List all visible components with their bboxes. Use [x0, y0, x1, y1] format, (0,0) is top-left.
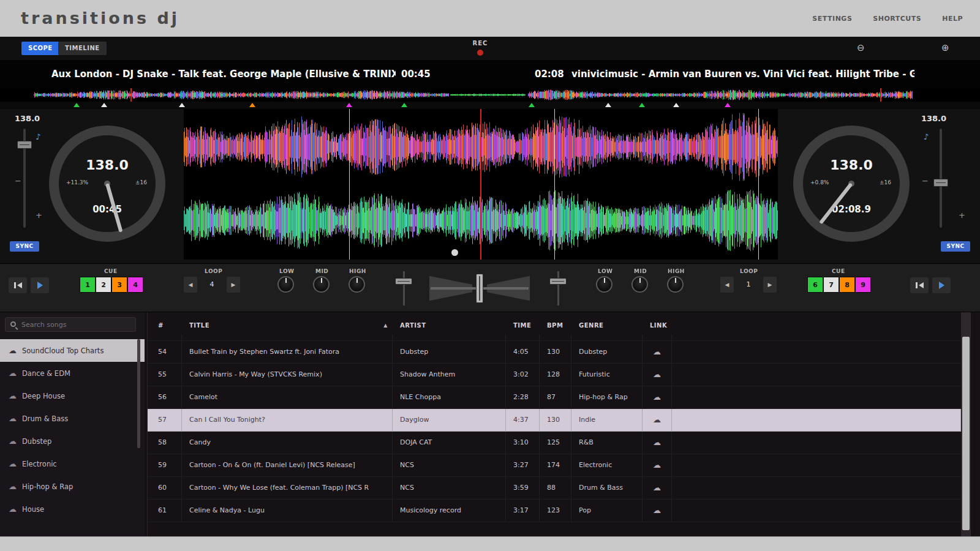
deck-a-sync-button[interactable]: SYNC [10, 241, 39, 252]
table-row[interactable]: 53Bring 'Em OutYoungboy Never Broke Aga2… [148, 334, 961, 341]
table-scrollbar[interactable] [961, 312, 971, 536]
table-row[interactable]: 61Celine & Nadya - LuguMusicology record… [148, 500, 961, 522]
row-link-cloud-icon[interactable]: ☁ [643, 454, 672, 476]
column-header-title[interactable]: TITLE ▲ [182, 317, 393, 334]
deck-b-eq-low-knob[interactable] [596, 276, 612, 293]
deck-b-pitch-slider[interactable] [940, 129, 942, 228]
deck-a-eq-mid-knob[interactable] [313, 276, 330, 293]
deck-area: 138.0 ♪ − + 138.0 +11.3% ±16 00:45 SYNC … [0, 109, 980, 263]
sidebar-scrollbar-thumb[interactable] [137, 339, 140, 448]
playlist-item[interactable]: ☁SoundCloud Top Charts [0, 339, 145, 362]
row-link-cloud-icon[interactable]: ☁ [643, 500, 672, 522]
playlist-item[interactable]: ☁Drum & Bass [0, 407, 145, 430]
column-header-link[interactable]: LINK [643, 317, 672, 334]
deck-a-volume-fader-track[interactable] [403, 271, 405, 305]
deck-b-volume-fader-handle[interactable] [549, 278, 567, 285]
deck-b-pitch-handle[interactable] [933, 179, 948, 187]
cue-button-1[interactable]: 1 [80, 277, 96, 293]
deck-a-loop-decrease-button[interactable]: ◀ [184, 277, 197, 293]
deck-b-jog-wheel[interactable]: 138.0 +0.8% ±16 02:08.9 [793, 126, 910, 242]
skip-bar-icon [14, 282, 16, 288]
top-menu: SETTINGSSHORTCUTSHELP [812, 0, 963, 37]
column-header-artist[interactable]: ARTIST [393, 317, 506, 334]
deck-a-bpm-readout: 138.0 [15, 114, 40, 123]
deck-a-pitch-handle[interactable] [17, 141, 32, 149]
row-link-cloud-icon[interactable]: ☁ [643, 409, 672, 431]
deck-b-skip-start-button[interactable] [910, 277, 929, 293]
row-link-cloud-icon[interactable]: ☁ [643, 364, 672, 386]
tab-scope[interactable]: SCOPE [21, 42, 59, 55]
crossfader-handle[interactable] [476, 274, 483, 303]
zoom-out-icon[interactable]: ⊖ [857, 42, 865, 53]
cue-marker [74, 103, 80, 107]
tab-timeline[interactable]: TIMELINE [58, 42, 107, 55]
row-num: 53 [148, 334, 182, 340]
cue-button-7[interactable]: 7 [823, 277, 839, 293]
cue-button-3[interactable]: 3 [111, 277, 127, 293]
view-toolbar: SCOPE TIMELINE REC ⊖ ⊕ [0, 37, 980, 60]
deck-a-play-button[interactable] [31, 277, 49, 293]
cue-button-8[interactable]: 8 [839, 277, 855, 293]
row-link-cloud-icon[interactable]: ☁ [643, 432, 672, 454]
rec-indicator[interactable] [477, 50, 483, 56]
cue-marker [249, 103, 255, 107]
overview-waveform-canvas[interactable] [0, 88, 980, 102]
playlist-item[interactable]: ☁House [0, 498, 145, 520]
row-link-cloud-icon[interactable]: ☁ [643, 386, 672, 408]
column-header-time[interactable]: TIME [506, 317, 540, 334]
cue-button-2[interactable]: 2 [96, 277, 111, 293]
deck-a-eq-low-knob[interactable] [277, 276, 294, 293]
deck-b-play-button[interactable] [932, 277, 951, 293]
search-input[interactable] [6, 318, 135, 331]
playlist-item[interactable]: ☁Hip-hop & Rap [0, 475, 145, 498]
table-row[interactable]: 59Cartoon - On & On (ft. Daniel Levi) [N… [148, 454, 961, 477]
main-waveform-canvas[interactable] [184, 109, 778, 260]
row-link-cloud-icon[interactable]: ☁ [643, 341, 672, 363]
playlist-item[interactable]: ☁Electronic [0, 452, 145, 475]
deck-a-skip-start-button[interactable] [9, 277, 27, 293]
menu-settings[interactable]: SETTINGS [812, 15, 852, 23]
crossfader[interactable] [429, 271, 530, 305]
row-num: 54 [148, 341, 182, 363]
deck-b-sync-button[interactable]: SYNC [941, 241, 970, 252]
row-num: 60 [148, 477, 182, 499]
deck-a-loop-increase-button[interactable]: ▶ [227, 277, 240, 293]
column-header-number[interactable]: # [148, 317, 182, 334]
table-row[interactable]: 56CamelotNLE Choppa2:2887Hip-hop & Rap☁ [148, 386, 961, 409]
column-header-genre[interactable]: GENRE [571, 317, 643, 334]
deck-b-eq-high-knob[interactable] [667, 276, 684, 293]
table-row[interactable]: 58CandyDOJA CAT3:10125R&B☁ [148, 432, 961, 454]
cue-button-4[interactable]: 4 [127, 277, 143, 293]
cue-button-6[interactable]: 6 [807, 277, 823, 293]
deck-b-elapsed-time: 02:08 [535, 60, 564, 88]
row-bpm: 123 [540, 500, 571, 522]
deck-b-eq-mid-knob[interactable] [631, 276, 648, 293]
deck-a-volume-fader-handle[interactable] [395, 278, 412, 285]
row-link-cloud-icon[interactable]: ☁ [643, 477, 672, 499]
table-row[interactable]: 55Calvin Harris - My Way (STVCKS Remix)S… [148, 364, 961, 386]
zoom-in-icon[interactable]: ⊕ [941, 42, 949, 53]
playlist-item[interactable]: ☁Deep House [0, 384, 145, 407]
soundcloud-icon: ☁ [9, 369, 17, 378]
deck-b-volume-fader-track[interactable] [557, 271, 559, 305]
cue-button-9[interactable]: 9 [855, 277, 871, 293]
deck-b-jog-bpm: 138.0 [803, 157, 900, 173]
row-link-cloud-icon[interactable]: ☁ [643, 334, 672, 340]
overview-waveform-strip[interactable] [0, 88, 980, 102]
deck-b-loop-increase-button[interactable]: ▶ [763, 277, 777, 293]
menu-shortcuts[interactable]: SHORTCUTS [873, 15, 921, 23]
table-row[interactable]: 60Cartoon - Why We Lose (feat. Coleman T… [148, 477, 961, 500]
deck-a-eq-high-knob[interactable] [349, 276, 365, 293]
main-waveform-panel[interactable] [184, 109, 778, 260]
menu-help[interactable]: HELP [942, 15, 963, 23]
table-scrollbar-thumb[interactable] [962, 337, 970, 530]
playlist-item[interactable]: ☁Dubstep [0, 430, 145, 452]
deck-b-loop-decrease-button[interactable]: ◀ [720, 277, 734, 293]
waveform-position-dot[interactable] [451, 249, 458, 256]
column-header-bpm[interactable]: BPM [540, 317, 571, 334]
table-row[interactable]: 57Can I Call You Tonight?Dayglow4:37130I… [148, 409, 961, 432]
playlist-item[interactable]: ☁Dance & EDM [0, 362, 145, 384]
deck-b-eq-mid-label: MID [634, 268, 647, 274]
deck-a-jog-wheel[interactable]: 138.0 +11.3% ±16 00:45 [49, 126, 165, 242]
table-row[interactable]: 54Bullet Train by Stephen Swartz ft. Jon… [148, 341, 961, 364]
